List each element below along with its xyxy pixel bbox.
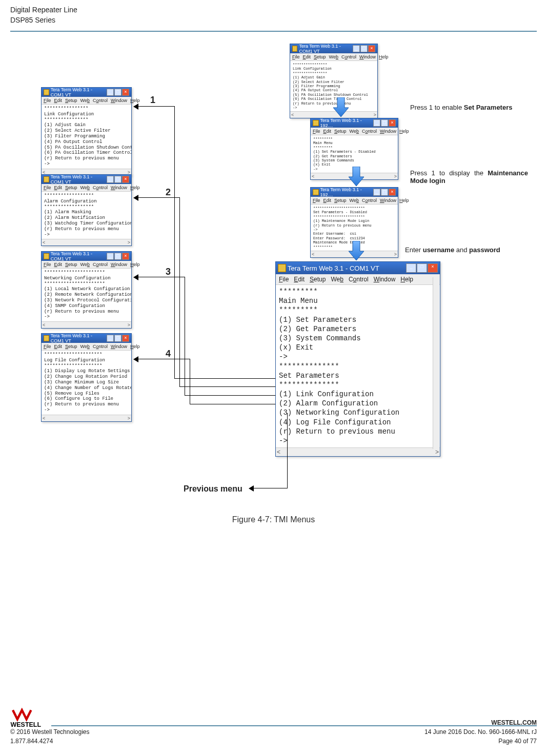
close-button[interactable]: × xyxy=(122,335,129,342)
maximize-button[interactable]: □ xyxy=(417,263,427,273)
menu-edit[interactable]: Edit xyxy=(54,344,63,349)
menu-window[interactable]: Window xyxy=(380,129,396,134)
terminal-content[interactable]: ********* Main Menu ********* (1) Set Pa… xyxy=(276,285,440,447)
menu-setup[interactable]: Setup xyxy=(65,185,77,190)
menu-window[interactable]: Window xyxy=(111,185,127,190)
menu-setup[interactable]: Setup xyxy=(65,98,77,103)
menu-web[interactable]: Web xyxy=(350,129,359,134)
menu-help[interactable]: Help xyxy=(399,129,409,134)
scrollbar-h[interactable]: <> xyxy=(42,321,131,328)
close-button[interactable]: × xyxy=(428,263,438,273)
menu-setup[interactable]: Setup xyxy=(314,54,326,59)
close-button[interactable]: × xyxy=(122,176,129,183)
menu-control[interactable]: Control xyxy=(362,129,377,134)
menu-file[interactable]: File xyxy=(44,98,51,103)
minimize-button[interactable]: _ xyxy=(406,263,416,273)
maximize-button[interactable]: □ xyxy=(114,89,121,96)
titlebar[interactable]: Tera Term Web 3.1 - COM1 VT _□× xyxy=(42,88,131,97)
menu-window[interactable]: Window xyxy=(359,54,376,59)
menu-help[interactable]: Help xyxy=(130,185,140,190)
menu-web[interactable]: Web xyxy=(80,185,90,190)
minimize-button[interactable]: _ xyxy=(373,189,380,196)
minimize-button[interactable]: _ xyxy=(353,45,360,52)
maximize-button[interactable]: □ xyxy=(381,189,388,196)
close-button[interactable]: × xyxy=(368,45,375,52)
minimize-button[interactable]: _ xyxy=(107,176,114,183)
menu-window[interactable]: Window xyxy=(111,262,127,267)
menu-window[interactable]: Window xyxy=(374,276,396,283)
minimize-button[interactable]: _ xyxy=(107,335,114,342)
menu-help[interactable]: Help xyxy=(130,344,140,349)
menu-edit[interactable]: Edit xyxy=(323,129,332,134)
menu-file[interactable]: File xyxy=(44,262,51,267)
close-button[interactable]: × xyxy=(389,119,396,127)
menu-web[interactable]: Web xyxy=(80,344,90,349)
titlebar[interactable]: Tera Term Web 3.1 - COM1 VT _□× xyxy=(290,44,377,53)
menu-web[interactable]: Web xyxy=(350,198,359,203)
menu-file[interactable]: File xyxy=(292,54,300,59)
titlebar[interactable]: Tera Term Web 3.1 - 192.... _□× xyxy=(311,118,398,128)
menu-web[interactable]: Web xyxy=(329,54,338,59)
menu-edit[interactable]: Edit xyxy=(54,185,63,190)
minimize-button[interactable]: _ xyxy=(107,253,114,260)
terminal-content[interactable]: ****************** Alarm Configuration *… xyxy=(42,192,131,239)
app-icon xyxy=(44,176,49,182)
menu-window[interactable]: Window xyxy=(111,344,127,349)
scrollbar-h[interactable]: <> xyxy=(42,415,131,421)
menu-help[interactable]: Help xyxy=(400,276,413,283)
menu-window[interactable]: Window xyxy=(380,198,396,203)
terminal-content[interactable]: **************** Link Configuration ****… xyxy=(42,105,131,169)
scrollbar-h[interactable]: <> xyxy=(42,239,131,246)
menu-edit[interactable]: Edit xyxy=(54,262,63,267)
menu-control[interactable]: Control xyxy=(349,276,369,283)
arrowhead-left-icon xyxy=(133,356,138,362)
menu-web[interactable]: Web xyxy=(80,262,90,267)
close-button[interactable]: × xyxy=(122,89,129,96)
menu-edit[interactable]: Edit xyxy=(323,198,332,203)
close-button[interactable]: × xyxy=(389,189,396,196)
maximize-button[interactable]: □ xyxy=(381,119,388,127)
menu-help[interactable]: Help xyxy=(379,54,389,59)
titlebar[interactable]: Tera Term Web 3.1 - COM1 VT _□× xyxy=(276,262,440,274)
maximize-button[interactable]: □ xyxy=(114,176,121,183)
titlebar[interactable]: Tera Term Web 3.1 - 192.... _□× xyxy=(311,188,398,197)
menu-control[interactable]: Control xyxy=(93,344,108,349)
titlebar[interactable]: Tera Term Web 3.1 - COM1 VT _□× xyxy=(42,334,131,343)
minimize-button[interactable]: _ xyxy=(373,119,380,127)
menu-setup[interactable]: Setup xyxy=(334,198,347,203)
menu-web[interactable]: Web xyxy=(80,98,90,103)
maximize-button[interactable]: □ xyxy=(360,45,368,52)
maximize-button[interactable]: □ xyxy=(114,253,121,260)
menu-control[interactable]: Control xyxy=(93,98,108,103)
menu-edit[interactable]: Edit xyxy=(54,98,63,103)
menu-help[interactable]: Help xyxy=(399,198,409,203)
scrollbar-h[interactable]: <> xyxy=(276,447,440,456)
menu-web[interactable]: Web xyxy=(331,276,343,283)
menu-file[interactable]: File xyxy=(313,198,320,203)
menu-control[interactable]: Control xyxy=(362,198,377,203)
minimize-button[interactable]: _ xyxy=(107,89,114,96)
menu-control[interactable]: Control xyxy=(93,185,108,190)
terminal-content[interactable]: ********************* Log File Configura… xyxy=(42,351,131,415)
menu-setup[interactable]: Setup xyxy=(334,129,347,134)
menu-file[interactable]: File xyxy=(313,129,320,134)
menu-file[interactable]: File xyxy=(279,276,289,283)
maximize-button[interactable]: □ xyxy=(114,335,121,342)
menu-window[interactable]: Window xyxy=(111,98,127,103)
menu-edit[interactable]: Edit xyxy=(294,276,305,283)
menu-edit[interactable]: Edit xyxy=(303,54,311,59)
menu-file[interactable]: File xyxy=(44,185,51,190)
menu-setup[interactable]: Setup xyxy=(65,262,77,267)
terminal-content[interactable]: ********************** Networking Config… xyxy=(42,269,131,321)
menu-setup[interactable]: Setup xyxy=(310,276,326,283)
close-button[interactable]: × xyxy=(122,253,129,260)
scrollbar-v[interactable] xyxy=(433,277,439,449)
menu-setup[interactable]: Setup xyxy=(65,344,77,349)
menu-control[interactable]: Control xyxy=(93,262,108,267)
menu-help[interactable]: Help xyxy=(130,98,140,103)
menu-control[interactable]: Control xyxy=(341,54,356,59)
titlebar[interactable]: Tera Term Web 3.1 - COM1 VT _□× xyxy=(42,175,131,184)
titlebar[interactable]: Tera Term Web 3.1 - COM1 VT _□× xyxy=(42,252,131,261)
menu-help[interactable]: Help xyxy=(130,262,140,267)
menu-file[interactable]: File xyxy=(44,344,51,349)
